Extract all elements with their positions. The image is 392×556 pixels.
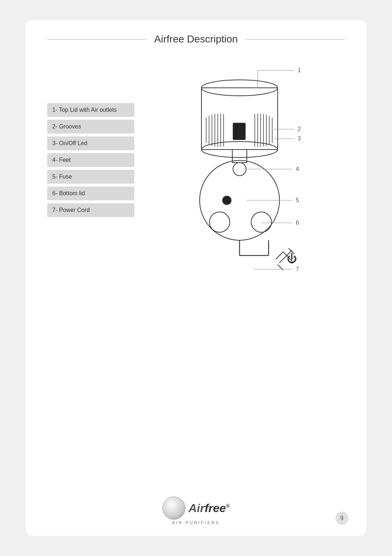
- page: Airfree Description 1- Top Lid with Air …: [25, 20, 367, 536]
- legend-item-7: 7- Power Cord: [47, 203, 134, 217]
- header-line-left: [47, 39, 147, 40]
- logo-text: Airfree®: [162, 496, 229, 520]
- svg-point-29: [222, 196, 231, 205]
- device-diagram: 1: [163, 60, 316, 292]
- page-number: 9: [335, 512, 348, 525]
- svg-text:7: 7: [296, 266, 299, 272]
- svg-point-33: [251, 212, 271, 232]
- logo-ball: [162, 496, 185, 520]
- logo-registered: ®: [226, 503, 229, 509]
- svg-text:4: 4: [296, 166, 299, 172]
- legend-item-6: 6- Bottom lid: [47, 187, 134, 200]
- logo-airfree: Airfree®: [188, 502, 229, 515]
- svg-text:6: 6: [296, 220, 299, 226]
- diagram: 1: [134, 60, 345, 482]
- legend: 1- Top Lid with Air outlets2- Grooves3- …: [47, 103, 134, 482]
- svg-rect-12: [233, 123, 245, 140]
- logo-container: Airfree® AIR PURIFIERS: [162, 496, 229, 525]
- svg-text:5: 5: [296, 197, 299, 203]
- svg-text:2: 2: [298, 126, 301, 132]
- logo-air-text: Air: [188, 502, 204, 515]
- logo-free-text: free: [205, 502, 226, 515]
- svg-text:1: 1: [298, 67, 301, 73]
- footer: Airfree® AIR PURIFIERS 9: [25, 489, 367, 536]
- svg-point-26: [233, 163, 246, 176]
- main-content: 1- Top Lid with Air outlets2- Grooves3- …: [25, 49, 367, 489]
- legend-item-1: 1- Top Lid with Air outlets: [47, 103, 134, 117]
- svg-line-39: [276, 252, 283, 259]
- legend-item-3: 3- On/Off Led: [47, 136, 134, 150]
- svg-text:3: 3: [298, 135, 301, 142]
- legend-item-4: 4- Feet: [47, 153, 134, 167]
- legend-item-2: 2- Grooves: [47, 120, 134, 134]
- page-title: Airfree Description: [154, 33, 238, 45]
- svg-point-32: [209, 212, 230, 232]
- header-line-right: [245, 39, 345, 40]
- legend-item-5: 5- Fuse: [47, 170, 134, 184]
- header: Airfree Description: [25, 20, 367, 49]
- svg-text:⏻: ⏻: [287, 253, 297, 264]
- logo-sub: AIR PURIFIERS: [172, 520, 220, 525]
